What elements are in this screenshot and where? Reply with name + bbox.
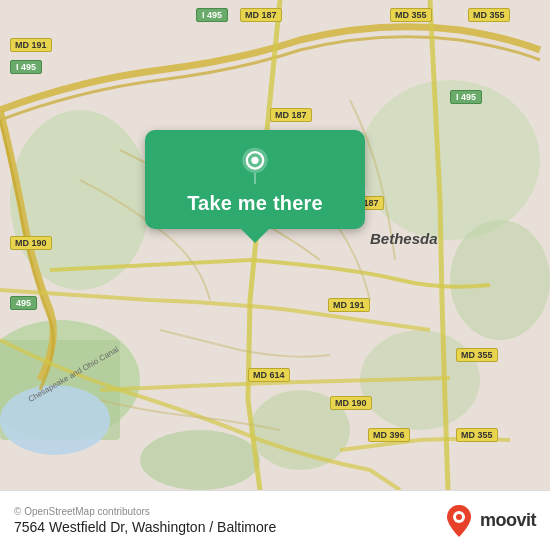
map-container: I 495 MD 187 MD 355 MD 355 I 495 MD 191 … [0,0,550,490]
i495-badge-top: I 495 [196,8,228,22]
i495-badge-bot: 495 [10,296,37,310]
take-me-there-button[interactable]: Take me there [145,130,365,229]
osm-credit: © OpenStreetMap contributors [14,506,276,517]
md187-badge-top: MD 187 [240,8,282,22]
address-text: 7564 Westfield Dr, Washington / Baltimor… [14,519,276,535]
md355-badge-bot: MD 355 [456,428,498,442]
md355-badge-mid: MD 355 [456,348,498,362]
i495-badge-left: I 495 [10,60,42,74]
moovit-text: moovit [480,510,536,531]
take-me-there-label: Take me there [187,192,323,215]
city-label: Bethesda [370,230,438,247]
svg-point-5 [450,220,550,340]
address-section: © OpenStreetMap contributors 7564 Westfi… [14,506,276,535]
svg-point-14 [456,514,462,520]
md396-badge: MD 396 [368,428,410,442]
md614-badge: MD 614 [248,368,290,382]
i495-badge-right: I 495 [450,90,482,104]
location-pin-icon [235,144,275,184]
md187-badge-mid: MD 187 [270,108,312,122]
svg-point-8 [140,430,260,490]
bottom-bar: © OpenStreetMap contributors 7564 Westfi… [0,490,550,550]
svg-point-12 [251,157,258,164]
md190-badge-left: MD 190 [10,236,52,250]
md355-badge-top2: MD 355 [468,8,510,22]
svg-point-9 [0,385,110,455]
md190-badge-bot: MD 190 [330,396,372,410]
moovit-logo: moovit [444,503,536,539]
moovit-icon [444,503,474,539]
md191-badge-bot: MD 191 [328,298,370,312]
md191-badge-left: MD 191 [10,38,52,52]
md355-badge-top1: MD 355 [390,8,432,22]
